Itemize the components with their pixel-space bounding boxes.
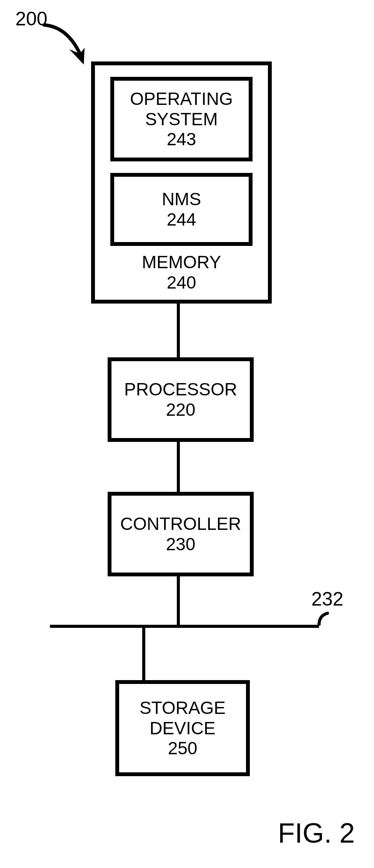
processor-ref-number: 220: [166, 400, 196, 420]
bus-line: [50, 625, 319, 628]
storage-ref-number: 250: [168, 738, 198, 758]
nms-block: NMS 244: [110, 173, 253, 246]
memory-ref-number: 240: [95, 272, 268, 293]
connector-controller-bus: [177, 576, 180, 625]
processor-block: PROCESSOR 220: [108, 357, 254, 442]
nms-label: NMS: [162, 189, 201, 209]
os-label-line2: SYSTEM: [145, 109, 218, 129]
os-ref-number: 243: [167, 129, 196, 149]
controller-ref-number: 230: [166, 534, 196, 554]
controller-block: CONTROLLER 230: [108, 492, 254, 576]
storage-label-line1: STORAGE: [140, 698, 226, 718]
os-label-line1: OPERATING: [130, 89, 233, 109]
storage-device-block: STORAGE DEVICE 250: [115, 680, 250, 776]
figure-caption: FIG. 2: [278, 817, 355, 849]
connector-bus-storage: [142, 628, 145, 680]
nms-ref-number: 244: [167, 209, 196, 230]
memory-block: OPERATING SYSTEM 243 NMS 244 MEMORY 240: [91, 61, 272, 304]
memory-label-group: MEMORY 240: [95, 252, 268, 293]
bus-tick-icon: [317, 612, 329, 626]
overall-ref-arrow: [31, 19, 96, 73]
memory-label: MEMORY: [95, 252, 268, 272]
storage-label-line2: DEVICE: [150, 718, 215, 739]
operating-system-block: OPERATING SYSTEM 243: [110, 77, 253, 161]
bus-ref-number: 232: [311, 588, 343, 610]
connector-memory-processor: [177, 304, 180, 357]
processor-label: PROCESSOR: [124, 379, 237, 400]
controller-label: CONTROLLER: [120, 514, 241, 534]
connector-processor-controller: [177, 442, 180, 492]
